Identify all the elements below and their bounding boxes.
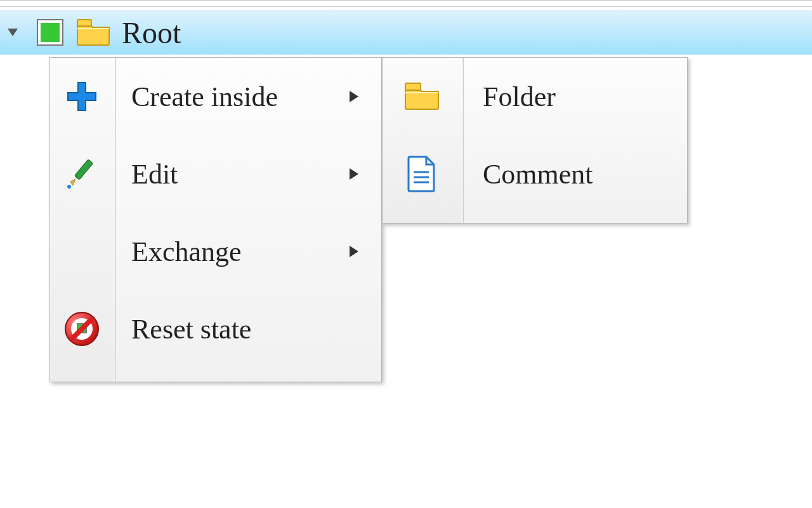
svg-rect-1 — [77, 20, 91, 26]
folder-icon — [383, 81, 461, 112]
document-icon — [383, 156, 461, 192]
submenu-item-label: Folder — [461, 81, 687, 113]
tree-node-root[interactable]: Root — [0, 10, 812, 55]
submenu-item-comment[interactable]: Comment — [383, 135, 687, 213]
menu-item-edit[interactable]: Edit — [50, 135, 381, 213]
submenu-arrow-icon — [350, 91, 381, 102]
submenu-arrow-icon — [350, 168, 381, 180]
svg-marker-7 — [350, 246, 358, 257]
submenu-create-inside: Folder Comment — [382, 57, 688, 224]
menu-item-label: Edit — [114, 158, 350, 190]
submenu-item-label: Comment — [461, 158, 687, 190]
svg-marker-4 — [70, 179, 75, 185]
menu-item-label: Exchange — [114, 236, 350, 268]
folder-icon — [76, 18, 110, 46]
submenu-arrow-icon — [350, 246, 381, 257]
plus-icon — [50, 79, 114, 114]
svg-marker-0 — [8, 29, 18, 36]
state-indicator-icon — [37, 19, 63, 46]
context-menu: Create inside Edit Exchange — [49, 57, 382, 382]
submenu-item-folder[interactable]: Folder — [383, 58, 687, 135]
menu-item-label: Create inside — [114, 81, 350, 113]
menu-item-label: Reset state — [114, 313, 350, 345]
pencil-icon — [50, 156, 114, 192]
svg-rect-12 — [405, 83, 421, 90]
expander-icon[interactable] — [6, 26, 19, 39]
svg-marker-2 — [350, 91, 358, 102]
menu-item-reset-state[interactable]: Reset state — [50, 290, 381, 368]
svg-marker-6 — [350, 168, 358, 180]
svg-point-5 — [67, 185, 71, 189]
menu-item-create-inside[interactable]: Create inside — [50, 58, 381, 135]
tree-node-label: Root — [122, 15, 181, 50]
menu-item-exchange[interactable]: Exchange — [50, 213, 381, 290]
reset-state-icon — [50, 310, 114, 348]
svg-rect-3 — [74, 159, 93, 180]
